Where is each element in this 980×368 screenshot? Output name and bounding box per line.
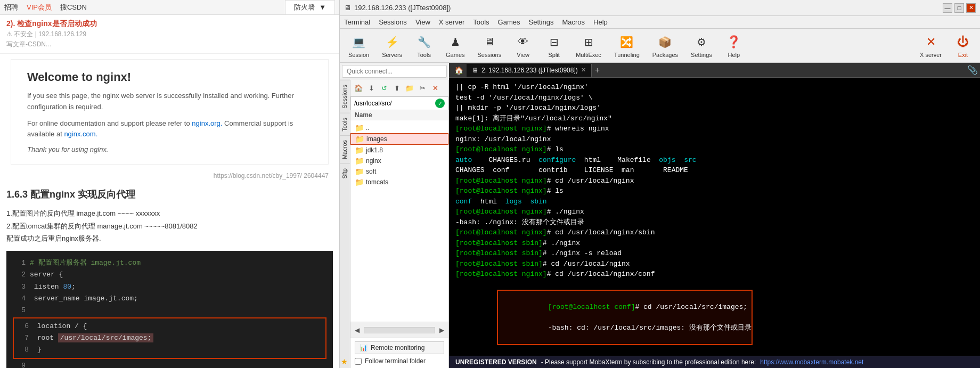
mobatek-link[interactable]: https://www.mobaxterm.mobatek.net <box>760 358 863 366</box>
tab-close-icon[interactable]: ✕ <box>581 67 586 73</box>
games-btn[interactable]: ♟ Games <box>442 31 469 60</box>
tools-label: Tools <box>417 52 431 58</box>
menu-games[interactable]: Games <box>498 18 520 26</box>
sessions-toolbar-btn[interactable]: 🖥 Sessions <box>473 31 506 60</box>
home-tab[interactable]: 🏠 <box>451 64 467 77</box>
tunneling-btn[interactable]: 🔀 Tunneling <box>610 31 644 60</box>
folder-icon: 📁 <box>355 157 364 165</box>
moba-toolbar: 💻 Session ⚡ Servers 🔧 Tools ♟ Games 🖥 Se… <box>340 29 980 63</box>
nginx-org-link[interactable]: nginx.org. <box>192 119 222 127</box>
fb-new-folder-btn[interactable]: 📁 <box>404 82 415 94</box>
unregistered-text: UNREGISTERED VERSION <box>455 358 537 366</box>
packages-label: Packages <box>652 52 678 58</box>
term-line-5: [root@localhost nginx]# whereis nginx <box>455 124 974 134</box>
exit-btn[interactable]: ⏻ Exit <box>950 31 976 60</box>
term-line-1: || cp -R html '/usr/local/nginx' <box>455 82 974 93</box>
file-item-name: .. <box>366 124 370 132</box>
term-line-4: make[1]: 离开目录"/usr/local/src/nginx" <box>455 113 974 124</box>
split-btn[interactable]: ⊟ Split <box>541 31 567 60</box>
close-button[interactable]: ✕ <box>966 3 976 13</box>
file-item-images[interactable]: 📁 images <box>350 133 448 145</box>
follow-terminal-checkbox[interactable]: Follow terminal folder <box>355 357 444 365</box>
file-item-nginx[interactable]: 📁 nginx <box>350 156 448 166</box>
remote-monitoring-label: Remote monitoring <box>371 344 424 351</box>
status-message: - Please support MobaXterm by subscribin… <box>541 358 756 366</box>
file-item-name: images <box>366 135 387 143</box>
moba-icon: 🖥 <box>344 4 351 12</box>
csdn-link[interactable]: 写文章-CSDN... <box>6 40 333 49</box>
view-btn[interactable]: 👁 View <box>510 31 536 60</box>
fb-ok-btn[interactable]: ✓ <box>435 99 445 108</box>
tunneling-label: Tunneling <box>614 52 640 58</box>
menu-x-server[interactable]: X server <box>439 18 464 26</box>
folder-icon: 📁 <box>355 124 364 132</box>
scroll-left[interactable]: ◀ <box>353 325 362 335</box>
fb-delete-btn[interactable]: ✂ <box>416 82 428 94</box>
settings-toolbar-btn[interactable]: ⚙ Settings <box>687 31 716 60</box>
timestamp: https://blog.csdn.net/cby_1997/ 2604447 <box>0 170 339 182</box>
term-line-15: [root@localhost nginx]# cd /usr/local/ng… <box>455 227 974 238</box>
session-label: Session <box>348 52 369 58</box>
x-server-btn[interactable]: ✕ X server <box>916 31 946 60</box>
minimize-button[interactable]: — <box>943 3 952 13</box>
star-icon[interactable]: ★ <box>340 355 350 368</box>
nginx-welcome-box: Welcome to nginx! If you see this page, … <box>11 59 329 165</box>
attachment-icon[interactable]: 📎 <box>967 65 978 75</box>
file-item-tomcats[interactable]: 📁 tomcats <box>350 177 448 187</box>
moba-titlebar: 🖥 192.168.126.233 ([JTtest0908]) — □ ✕ <box>340 0 980 16</box>
fb-download-btn[interactable]: ⬇ <box>365 82 377 94</box>
add-tab-btn[interactable]: + <box>592 66 603 75</box>
menu-terminal[interactable]: Terminal <box>344 18 370 26</box>
tools-btn[interactable]: 🔧 Tools <box>411 31 437 60</box>
section-2-heading: 1.6.3 配置nginx 实现反向代理 <box>0 184 339 205</box>
firewall-button[interactable]: 防火墙 ▼ <box>285 0 335 15</box>
fb-upload-btn[interactable]: ⬆ <box>391 82 403 94</box>
menu-item-recruit[interactable]: 招聘 <box>4 3 18 12</box>
file-item-name: nginx <box>366 157 381 165</box>
tools-icon: 🔧 <box>415 34 432 51</box>
section-2-content: 1.配置图片的反向代理 image.jt.com ~~~~ xxxxxxx 2.… <box>0 205 339 247</box>
code-line-8: 8 } <box>16 344 323 356</box>
vtab-tools[interactable]: Tools <box>340 113 350 136</box>
nginx-thanks: Thank you for using nginx. <box>27 145 312 153</box>
session-btn[interactable]: 💻 Session <box>344 31 373 60</box>
menu-view[interactable]: View <box>415 18 430 26</box>
file-browser: 🏠 ⬇ ↺ ⬆ 📁 ✂ ✕ /usr/local/src/ ✓ Nam <box>350 80 449 368</box>
menu-item-search[interactable]: 搜CSDN <box>60 3 87 12</box>
file-item-jdk[interactable]: 📁 jdk1.8 <box>350 145 448 156</box>
servers-label: Servers <box>382 52 402 58</box>
maximize-button[interactable]: □ <box>954 3 964 13</box>
menu-tools[interactable]: Tools <box>473 18 489 26</box>
file-item-dotdot[interactable]: 📁 .. <box>350 122 448 133</box>
fb-close-btn[interactable]: ✕ <box>429 82 441 94</box>
packages-btn[interactable]: 📦 Packages <box>648 31 682 60</box>
terminal-tab-active[interactable]: 🖥 2. 192.168.126.233 ([JTtest0908]) ✕ <box>467 64 592 77</box>
menu-macros[interactable]: Macros <box>562 18 585 26</box>
term-line-2: test -d '/usr/local/nginx/logs' \ <box>455 93 974 103</box>
moba-main-content: Sessions Tools Macros Sftp ★ 🏠 ⬇ ↺ ⬆ 📁 <box>340 63 980 368</box>
menu-sessions[interactable]: Sessions <box>379 18 407 26</box>
menu-item-vip[interactable]: VIP会员 <box>27 3 52 12</box>
follow-terminal-input[interactable] <box>355 358 362 365</box>
fb-path-bar: /usr/local/src/ ✓ <box>350 96 448 110</box>
scroll-right[interactable]: ▶ <box>437 325 446 335</box>
servers-btn[interactable]: ⚡ Servers <box>378 31 406 60</box>
multiexec-btn[interactable]: ⊞ MultiExec <box>571 31 606 60</box>
fb-refresh-btn[interactable]: ↺ <box>378 82 390 94</box>
follow-terminal-label: Follow terminal folder <box>365 357 426 365</box>
nginx-com-link[interactable]: nginx.com. <box>64 130 97 138</box>
vtab-macros[interactable]: Macros <box>340 135 350 163</box>
menu-settings[interactable]: Settings <box>529 18 554 26</box>
vtab-sessions[interactable]: Sessions <box>340 80 350 113</box>
menu-help[interactable]: Help <box>593 18 608 26</box>
remote-monitoring-btn[interactable]: 📊 Remote monitoring <box>355 341 444 354</box>
help-label: Help <box>728 52 740 58</box>
firewall-label: 防火墙 <box>294 3 315 12</box>
quick-connect-input[interactable] <box>342 65 447 78</box>
help-btn[interactable]: ❓ Help <box>721 31 747 60</box>
vtab-sftp[interactable]: Sftp <box>340 163 350 183</box>
scroll-bar[interactable] <box>364 327 435 333</box>
file-item-soft[interactable]: 📁 soft <box>350 166 448 177</box>
terminal-content[interactable]: || cp -R html '/usr/local/nginx' test -d… <box>449 78 980 356</box>
fb-home-btn[interactable]: 🏠 <box>353 82 364 94</box>
